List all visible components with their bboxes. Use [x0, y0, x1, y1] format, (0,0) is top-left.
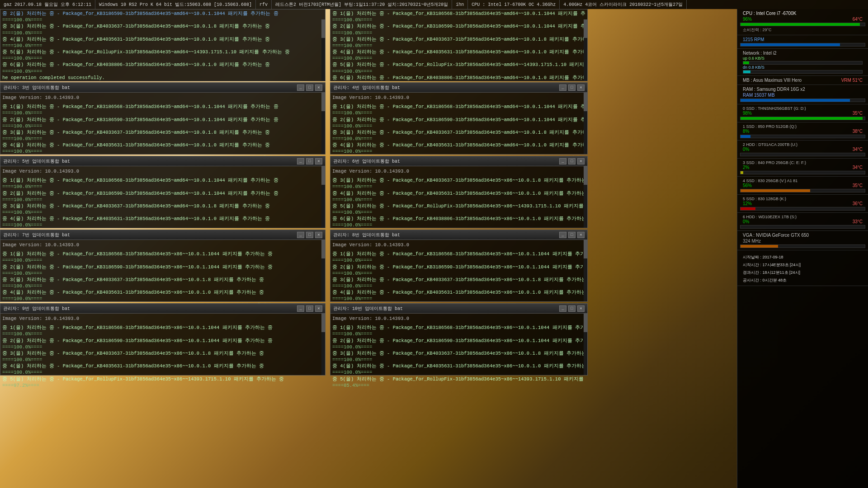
drive-1 SSD-section: 1 SSD : 850 PRO 512GB (Q:) 8% 38°C: [737, 122, 868, 141]
terminal-5-controls[interactable]: _ □ ✕: [297, 158, 322, 164]
cpu-section: CPU : Intel Core i7 -6700K 96% 64°C 소비전력…: [737, 9, 868, 35]
terminal-9-controls[interactable]: _ □ ✕: [297, 305, 322, 312]
drive-6 HDD-section: 6 HDD : WD10EZEX 1TB (S:) 0% 33°C: [737, 213, 868, 231]
minimize-button[interactable]: _: [559, 232, 566, 238]
minimize-button[interactable]: _: [559, 158, 566, 164]
terminal-8-titlebar: 관리자: 8번 업데이트통합 bat _ □ ✕: [330, 230, 587, 240]
drive-0-usage: 98%: [743, 111, 752, 116]
drive-2-bar: [740, 153, 865, 156]
cpu-temp2-label: 소비전력 : 29°C: [743, 27, 772, 33]
mb-vram: VRM 51°C: [841, 78, 863, 83]
cpu-label: CPU : Intel Core i7 -6700K: [743, 11, 796, 16]
taskbar-rfv: rfv: [256, 0, 272, 9]
close-button[interactable]: ✕: [577, 84, 585, 91]
close-button[interactable]: ✕: [577, 305, 585, 312]
terminal-top-right-body: 중 1(을) 처리하는 중 - Package_for_KB3186568-31…: [330, 9, 587, 89]
drive-1-usage: 8%: [743, 129, 749, 134]
network-section: Network : Intel i2 up 0.6 KB/S dn 0.8 KB…: [737, 49, 868, 76]
cpu-usage-label: 96%: [743, 17, 752, 22]
time-section: 시작날짜 : 2017-09-18 시작시간 : 17시4E분33초 [24시]…: [737, 252, 868, 286]
maximize-button[interactable]: □: [306, 84, 313, 91]
network-up-bar: [743, 61, 863, 65]
terminal-10-body: Image Version: 10.0.14393.0 중 1(을) 처리하는 …: [330, 314, 587, 390]
ram-usage: RAM 15037 MB: [743, 93, 775, 98]
start-date: 시작날짜 : 2017-09-18: [740, 253, 865, 261]
maximize-button[interactable]: □: [568, 84, 576, 91]
work-time: 공사시간 : 0시간분 48초: [740, 277, 865, 284]
gpu-vram: 324 MHz: [743, 239, 761, 244]
terminal-top[interactable]: 중 2(을) 처리하는 중 - Package_for_KB3186590-31…: [0, 9, 326, 81]
close-button[interactable]: ✕: [577, 232, 585, 238]
drive-5-name: 5 SSD : 830 128GB (K:): [743, 197, 786, 201]
terminal-7-controls[interactable]: _ □ ✕: [297, 232, 322, 238]
terminal-7-titlebar: 관리자: 7번 업데이트통합 bat _ □ ✕: [0, 230, 325, 240]
terminal-3-controls[interactable]: _ □ ✕: [297, 84, 322, 91]
terminal-9[interactable]: 관리자: 9번 업데이트통합 bat _ □ ✕ Image Version: …: [0, 303, 326, 375]
close-button[interactable]: ✕: [315, 305, 322, 312]
network-dn: dn 0.8 KB/S: [743, 65, 863, 70]
terminal-10-title: 관리자: 10번 업데이트통합 bat: [333, 305, 403, 312]
network-label: Network : Intel i2: [743, 51, 776, 56]
minimize-button[interactable]: _: [297, 84, 304, 91]
drive-3 SSD-section: 3 SSD : 840 PRO 256GB (C: E: F:) 2% 34°C: [737, 159, 868, 177]
terminal-7[interactable]: 관리자: 7번 업데이트통합 bat _ □ ✕ Image Version: …: [0, 230, 326, 302]
ram-label: RAM : Samsung DDR4 16G x2: [743, 87, 805, 92]
terminal-3-title: 관리자: 3번 업데이트통합 bat: [3, 84, 70, 91]
freq-label: 1215 RPM: [743, 37, 764, 42]
terminal-5[interactable]: 관리자: 5번 업데이트통합 bat _ □ ✕ Image Version: …: [0, 156, 326, 228]
close-button[interactable]: ✕: [315, 232, 322, 238]
terminal-8-controls[interactable]: _ □ ✕: [559, 232, 585, 238]
terminal-4[interactable]: 관리자: 4번 업데이트통합 bat _ □ ✕ Image Version: …: [330, 82, 588, 155]
minimize-button[interactable]: _: [559, 84, 566, 91]
minimize-button[interactable]: _: [559, 305, 566, 312]
system-monitor: CPU : Intel Core i7 -6700K 96% 64°C 소비전력…: [737, 9, 868, 488]
close-button[interactable]: ✕: [577, 158, 585, 164]
gpu-section: VGA : NVIDIA GeForce GTX 650 324 MHz: [737, 231, 868, 250]
terminal-top-right[interactable]: 중 1(을) 처리하는 중 - Package_for_KB3186568-31…: [330, 9, 588, 81]
freq-bar-fill: [741, 43, 840, 46]
drive-3-usage: 2%: [743, 165, 749, 170]
maximize-button[interactable]: □: [568, 158, 576, 164]
drive-3-name: 3 SSD : 840 PRO 256GB (C: E: F:): [743, 160, 806, 165]
terminal-10[interactable]: 관리자: 10번 업데이트통합 bat _ □ ✕ Image Version:…: [330, 303, 588, 375]
close-button[interactable]: ✕: [315, 84, 322, 91]
terminal-3[interactable]: 관리자: 3번 업데이트통합 bat _ □ ✕ Image Version: …: [0, 82, 326, 155]
desktop: 중 2(을) 처리하는 중 - Package_for_KB3186590-31…: [0, 9, 588, 488]
taskbar-os: Windows 10 RS2 Pro K 64 bit 빌드:15063.608…: [95, 0, 256, 9]
minimize-button[interactable]: _: [297, 158, 304, 164]
drive-4-usage: 56%: [743, 183, 752, 188]
terminal-8[interactable]: 관리자: 8번 업데이트통합 bat _ □ ✕ Image Version: …: [330, 230, 588, 302]
terminal-4-body: Image Version: 10.0.14393.0 중 1(을) 처리하는 …: [330, 93, 587, 163]
drive-2 HDD-section: 2 HDD : DT01ACA 200TB (U:) 0% 34°C: [737, 141, 868, 159]
drive-1-bar: [740, 135, 865, 138]
drive-4-temp: 35°C: [853, 183, 863, 188]
drive-4-bar: [740, 189, 865, 192]
terminal-6-controls[interactable]: _ □ ✕: [559, 158, 585, 164]
drive-0 SSD-section: 0 SSD : THNSNH256GBST (G: D:) 98% 35°C: [737, 104, 868, 122]
maximize-button[interactable]: □: [306, 305, 313, 312]
minimize-button[interactable]: _: [297, 305, 304, 312]
terminal-10-controls[interactable]: _ □ ✕: [559, 305, 585, 312]
ram-section: RAM : Samsung DDR4 16G x2 RAM 15037 MB: [737, 85, 868, 104]
maximize-button[interactable]: □: [306, 232, 313, 238]
taskbar-cpu: CPU : Intel i7-6700K OC 4.36Ghz: [468, 0, 560, 9]
terminal-4-controls[interactable]: _ □ ✕: [559, 84, 585, 91]
mb-section: MB : Asus Maximus VIII Hero VRM 51°C: [737, 76, 868, 85]
drive-4 SSD-section: 4 SSD : 830 256GB (V:) A1 81 56% 35°C: [737, 177, 868, 195]
taskbar-rtm: 레드스톤2 버전1703[RTM년월] 부팅:1일11:37:20 설치:201…: [272, 0, 452, 9]
minimize-button[interactable]: _: [297, 232, 304, 238]
terminal-top-body: 중 2(을) 처리하는 중 - Package_for_KB3186590-31…: [0, 9, 325, 83]
drive-5 SSD-section: 5 SSD : 830 128GB (K:) 12% 36°C: [737, 195, 868, 213]
terminal-6[interactable]: 관리자: 6번 업데이트통합 bat _ □ ✕ Image Version: …: [330, 156, 588, 228]
drive-3-bar: [740, 171, 865, 174]
maximize-button[interactable]: □: [306, 158, 313, 164]
drive-2-usage: 0%: [743, 147, 749, 152]
taskbar-ihn: ihn: [452, 0, 468, 9]
close-button[interactable]: ✕: [315, 158, 322, 164]
terminal-9-title: 관리자: 9번 업데이트통합 bat: [3, 305, 70, 312]
drive-6-temp: 33°C: [853, 219, 863, 224]
maximize-button[interactable]: □: [568, 232, 576, 238]
maximize-button[interactable]: □: [568, 305, 576, 312]
drive-2-name: 2 HDD : DT01ACA 200TB (U:): [743, 142, 797, 147]
drive-5-usage: 12%: [743, 201, 752, 206]
